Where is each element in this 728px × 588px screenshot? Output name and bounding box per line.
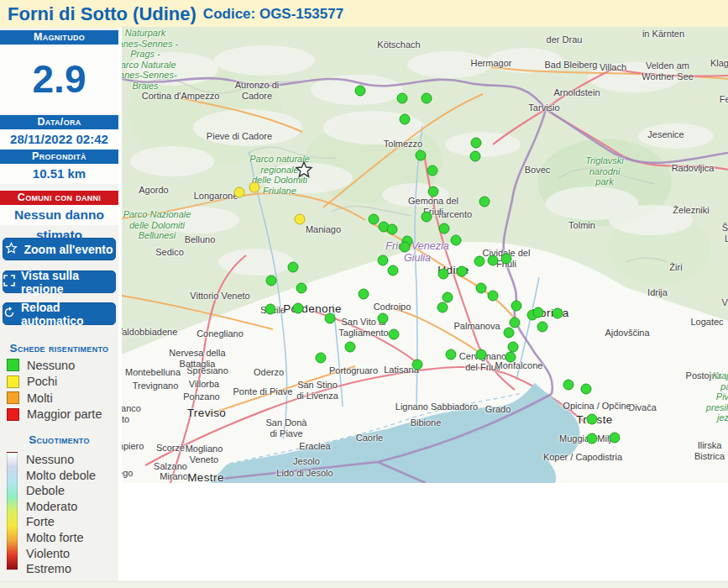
intensity-labels: NessunoMolto deboleDeboleModeratoForteMo… xyxy=(26,452,96,577)
municipality-marker-none[interactable] xyxy=(416,150,427,161)
intensity-gradient-bar xyxy=(7,452,18,570)
region-view-label: Vista sulla regione xyxy=(21,269,115,296)
legend-label: Nessuno xyxy=(27,359,75,372)
municipality-marker-none[interactable] xyxy=(587,414,598,425)
magnitudo-value: 2.9 xyxy=(0,45,118,113)
municipality-marker-none[interactable] xyxy=(378,255,389,266)
municipality-marker-none[interactable] xyxy=(388,265,399,276)
municipality-marker-none[interactable] xyxy=(457,266,468,277)
intensity-label: Debole xyxy=(26,483,96,499)
municipality-marker-none[interactable] xyxy=(476,349,487,360)
intensity-label: Nessuno xyxy=(26,452,96,468)
legend-swatch xyxy=(7,375,19,388)
municipality-marker-none[interactable] xyxy=(325,313,336,324)
municipality-marker-none[interactable] xyxy=(387,224,398,235)
legend-label: Maggior parte xyxy=(27,407,102,421)
profondita-value: 10.51 km xyxy=(0,164,118,184)
municipality-marker-none[interactable] xyxy=(451,235,462,246)
risentimento-title: Schede risentimento xyxy=(0,342,118,355)
municipality-marker-none[interactable] xyxy=(389,329,400,340)
profondita-header: Profondità xyxy=(0,150,118,164)
municipality-marker-none[interactable] xyxy=(479,197,490,207)
municipality-marker-none[interactable] xyxy=(537,322,548,333)
risentimento-legend: NessunoPochiMoltiMaggior parte xyxy=(0,357,118,423)
municipality-marker-none[interactable] xyxy=(510,318,521,328)
legend-item: Molti xyxy=(7,390,118,407)
municipality-marker-none[interactable] xyxy=(437,302,448,313)
legend-swatch xyxy=(7,391,19,404)
municipality-marker-few[interactable] xyxy=(249,182,260,193)
legend-item: Nessuno xyxy=(7,357,118,374)
municipality-marker-none[interactable] xyxy=(533,307,544,318)
intensity-label: Estremo xyxy=(26,561,96,577)
municipality-marker-none[interactable] xyxy=(427,165,438,176)
municipality-marker-none[interactable] xyxy=(265,304,276,315)
municipality-marker-few[interactable] xyxy=(295,214,306,225)
municipality-marker-none[interactable] xyxy=(610,433,621,444)
municipality-marker-none[interactable] xyxy=(422,93,432,104)
legend-item: Pochi xyxy=(7,374,118,391)
municipality-marker-none[interactable] xyxy=(511,301,522,312)
legend-item: Maggior parte xyxy=(7,407,118,423)
legend-label: Molti xyxy=(27,391,53,405)
reload-icon xyxy=(3,307,15,321)
municipality-marker-none[interactable] xyxy=(438,269,449,280)
municipality-marker-none[interactable] xyxy=(288,262,299,273)
intensity-label: Moderato xyxy=(26,499,96,515)
municipality-marker-none[interactable] xyxy=(439,223,450,234)
municipality-marker-none[interactable] xyxy=(359,289,369,300)
intensity-label: Molto forte xyxy=(26,530,96,546)
municipality-marker-none[interactable] xyxy=(446,349,457,360)
municipality-marker-none[interactable] xyxy=(355,86,366,97)
magnitudo-header: Magnitudo xyxy=(0,30,118,45)
municipality-marker-none[interactable] xyxy=(293,303,304,314)
dataora-header: Data/ora xyxy=(0,115,118,129)
legend-swatch xyxy=(7,359,19,371)
municipality-marker-none[interactable] xyxy=(563,380,574,391)
municipality-marker-none[interactable] xyxy=(553,308,563,319)
intensity-label: Violento xyxy=(26,546,96,562)
municipality-marker-none[interactable] xyxy=(412,360,423,370)
map-canvas[interactable]: Kötschachder Drauin KärntenHermagorBad B… xyxy=(122,27,728,483)
zoom-event-label: Zoom all'evento xyxy=(24,243,113,256)
municipality-marker-none[interactable] xyxy=(476,283,487,294)
municipality-marker-few[interactable] xyxy=(234,187,245,198)
municipality-marker-none[interactable] xyxy=(400,114,411,125)
municipality-marker-none[interactable] xyxy=(428,186,439,197)
municipality-marker-none[interactable] xyxy=(369,214,380,225)
municipality-marker-none[interactable] xyxy=(397,93,408,104)
epicenter-star-icon[interactable] xyxy=(294,160,314,183)
municipality-marker-none[interactable] xyxy=(316,353,327,364)
municipality-marker-none[interactable] xyxy=(378,313,389,324)
municipality-marker-none[interactable] xyxy=(587,433,598,444)
footer-strip xyxy=(0,581,728,588)
expand-icon xyxy=(3,275,15,289)
comuni-danni-value: Nessun danno stimato xyxy=(0,205,118,225)
municipality-marker-none[interactable] xyxy=(470,151,481,162)
municipality-marker-none[interactable] xyxy=(504,328,515,339)
municipality-marker-none[interactable] xyxy=(474,256,485,267)
event-title: Forni di Sotto (Udine) xyxy=(8,3,196,25)
municipality-marker-none[interactable] xyxy=(488,291,499,302)
municipality-marker-none[interactable] xyxy=(345,342,356,353)
region-view-button[interactable]: Vista sulla regione xyxy=(3,270,116,293)
star-icon xyxy=(5,242,18,257)
municipality-marker-none[interactable] xyxy=(400,242,411,253)
content-whitespace xyxy=(118,483,728,581)
municipality-marker-none[interactable] xyxy=(266,276,277,286)
municipality-marker-none[interactable] xyxy=(471,138,482,149)
municipality-marker-none[interactable] xyxy=(505,352,516,363)
sidebar: Magnitudo 2.9 Data/ora 28/11/2022 02:42 … xyxy=(0,28,118,581)
municipality-marker-none[interactable] xyxy=(443,292,453,303)
auto-reload-button[interactable]: Reload automatico xyxy=(3,302,116,325)
municipality-marker-none[interactable] xyxy=(488,255,499,266)
dataora-value: 28/11/2022 02:42 xyxy=(0,129,118,150)
municipality-marker-none[interactable] xyxy=(581,384,592,395)
municipality-marker-none[interactable] xyxy=(296,283,307,294)
event-page: Forni di Sotto (Udine) Codice: OGS-15357… xyxy=(0,0,728,588)
municipality-marker-none[interactable] xyxy=(422,212,432,223)
municipality-marker-none[interactable] xyxy=(501,254,512,265)
scuotimento-title: Scuotimento xyxy=(0,433,118,447)
scuotimento-legend: NessunoMolto deboleDeboleModeratoForteMo… xyxy=(0,452,118,577)
auto-reload-label: Reload automatico xyxy=(21,301,115,328)
